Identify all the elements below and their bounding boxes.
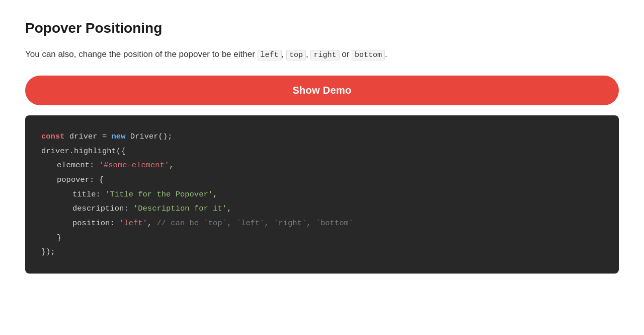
string-description: 'Description for it' — [133, 204, 227, 213]
keyword-new: new — [112, 132, 126, 141]
code-left: left — [258, 50, 282, 60]
code-block: const driver = new Driver(); driver.high… — [25, 115, 619, 274]
code-line-1: const driver = new Driver(); — [41, 129, 603, 144]
description-suffix: . — [385, 49, 387, 59]
code-line-5: title: 'Title for the Popover', — [41, 187, 603, 202]
string-position: 'left' — [119, 219, 147, 228]
code-line-2: driver.highlight({ — [41, 144, 603, 159]
keyword-const: const — [41, 132, 65, 141]
code-line-6: description: 'Description for it', — [41, 202, 603, 216]
string-title: 'Title for the Popover' — [105, 190, 213, 199]
code-line-3: element: '#some-element', — [41, 158, 603, 173]
description-prefix: You can also, change the position of the… — [25, 49, 258, 59]
description-paragraph: You can also, change the position of the… — [25, 47, 619, 61]
code-line-9: }); — [41, 245, 603, 259]
comment-positions: // can be `top`, `left`, `right`, `botto… — [156, 219, 353, 228]
code-bottom: bottom — [352, 50, 385, 60]
code-line-4: popover: { — [41, 173, 603, 187]
code-right: right — [310, 50, 339, 60]
page-title: Popover Positioning — [25, 20, 619, 36]
code-line-8: } — [41, 231, 603, 245]
code-top: top — [286, 50, 306, 60]
show-demo-button[interactable]: Show Demo — [25, 76, 619, 105]
string-element: '#some-element' — [99, 161, 170, 170]
code-line-7: position: 'left', // can be `top`, `left… — [41, 216, 603, 231]
